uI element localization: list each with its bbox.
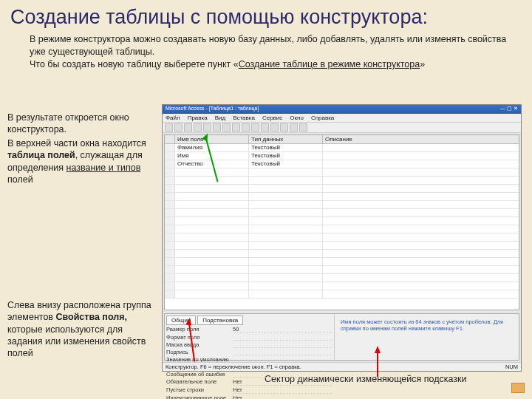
slide-title: Создание таблицы с помощью конструктора: xyxy=(0,0,532,32)
table-row[interactable] xyxy=(165,193,519,201)
toolbar-icon[interactable] xyxy=(222,123,231,132)
table-row[interactable] xyxy=(165,168,519,177)
col-field-name: Имя поля xyxy=(175,135,249,143)
property-row[interactable]: Обязательное полеНет xyxy=(166,378,332,386)
menu-help[interactable]: Справка xyxy=(311,115,334,121)
col-description: Описание xyxy=(323,135,519,143)
access-designer-screenshot: Microsoft Access - [Таблица1 : таблица] … xyxy=(162,104,522,372)
table-row[interactable]: ИмяТекстовый xyxy=(165,152,519,160)
status-left: Конструктор. F6 = переключение окон. F1 … xyxy=(166,364,301,370)
intro-p2a: Что бы создать новую таблицу выберете пу… xyxy=(30,59,239,69)
toolbar-icon[interactable] xyxy=(232,123,240,132)
intro-link: Создание таблице в режиме конструктора xyxy=(239,59,420,69)
toolbar-icon[interactable] xyxy=(251,123,259,132)
table-row[interactable] xyxy=(165,250,519,258)
window-title: Microsoft Access - [Таблица1 : таблица] xyxy=(166,106,259,113)
tab-lookup[interactable]: Подстановка xyxy=(197,316,243,325)
table-row[interactable] xyxy=(165,290,519,299)
table-row[interactable] xyxy=(165,242,519,250)
intro-p2b: » xyxy=(420,59,425,69)
window-controls: — ▢ ✕ xyxy=(500,106,518,113)
nav-home-icon[interactable] xyxy=(511,383,525,393)
table-row[interactable] xyxy=(165,233,519,242)
field-grid[interactable]: Имя поля Тип данных Описание ФамилияТекс… xyxy=(164,134,519,310)
toolbar-icon[interactable] xyxy=(165,123,173,132)
table-row[interactable] xyxy=(165,274,519,282)
toolbar-icon[interactable] xyxy=(203,123,211,132)
table-row[interactable] xyxy=(165,266,519,274)
toolbar-icon[interactable] xyxy=(280,123,288,132)
toolbar-icon[interactable] xyxy=(184,123,192,132)
menu-edit[interactable]: Правка xyxy=(188,115,208,121)
property-row[interactable]: Сообщение об ошибке xyxy=(166,371,332,378)
table-row[interactable] xyxy=(165,217,519,225)
left-note-2: В верхней части окна находится таблица п… xyxy=(7,137,155,185)
menu-view[interactable]: Вид xyxy=(215,115,225,121)
table-row[interactable] xyxy=(165,225,519,233)
toolbar-icon[interactable] xyxy=(290,123,298,132)
table-row[interactable] xyxy=(165,209,519,217)
window-titlebar: Microsoft Access - [Таблица1 : таблица] … xyxy=(163,105,521,114)
toolbar-icon[interactable] xyxy=(174,123,183,132)
toolbar-icon[interactable] xyxy=(194,123,202,132)
table-row[interactable]: ОтчествоТекстовый xyxy=(165,160,519,168)
col-data-type: Тип данных xyxy=(249,135,323,143)
table-row[interactable] xyxy=(165,185,519,193)
table-row[interactable] xyxy=(165,282,519,290)
left-note-1: В результате откроется окно конструктора… xyxy=(7,112,159,136)
property-row[interactable]: Подпись xyxy=(166,349,332,355)
toolbar-icon[interactable] xyxy=(270,123,279,132)
toolbar xyxy=(163,123,521,133)
status-right: NUM xyxy=(505,364,518,370)
toolbar-icon[interactable] xyxy=(299,123,307,132)
toolbar-icon[interactable] xyxy=(261,123,269,132)
dynamic-hint: Имя поля может состоять из 64 знаков с у… xyxy=(335,314,519,360)
property-row[interactable]: Индексированное полеНет xyxy=(166,395,332,399)
menu-window[interactable]: Окно xyxy=(290,115,304,121)
table-row[interactable]: ФамилияТекстовый xyxy=(165,144,519,152)
left-note-3: Слева внизу расположена группа элементов… xyxy=(7,299,159,359)
menu-file[interactable]: Файл xyxy=(166,115,180,121)
menubar: Файл Правка Вид Вставка Сервис Окно Спра… xyxy=(163,114,521,123)
table-row[interactable] xyxy=(165,258,519,266)
intro-p1: В режиме конструктора можно создавать но… xyxy=(30,34,506,57)
menu-tools[interactable]: Сервис xyxy=(262,115,282,121)
menu-insert[interactable]: Вставка xyxy=(233,115,255,121)
statusbar: Конструктор. F6 = переключение окон. F1 … xyxy=(163,362,521,371)
toolbar-icon[interactable] xyxy=(242,123,250,132)
toolbar-icon[interactable] xyxy=(213,123,221,132)
field-properties-panel: ОбщиеПодстановка Размер поля50Формат пол… xyxy=(164,313,519,361)
table-row[interactable] xyxy=(165,201,519,209)
grid-header: Имя поля Тип данных Описание xyxy=(165,135,519,144)
property-row[interactable]: Пустые строкиНет xyxy=(166,386,332,394)
intro-text: В режиме конструктора можно создавать но… xyxy=(0,32,532,77)
